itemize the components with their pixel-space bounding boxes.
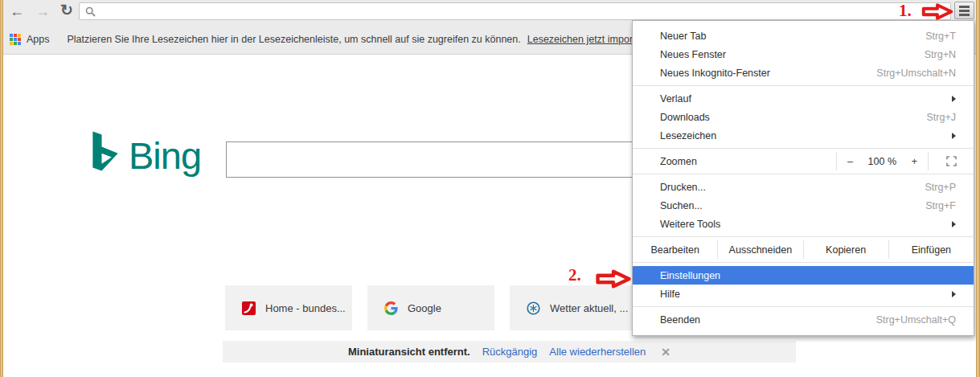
edit-label: Bearbeiten — [633, 240, 718, 259]
chrome-menu-button[interactable] — [954, 2, 974, 19]
chrome-dropdown-menu: Neuer Tab Strg+T Neues Fenster Strg+N Ne… — [632, 20, 974, 336]
submenu-arrow-icon — [952, 221, 956, 227]
paste-button[interactable]: Einfügen — [889, 240, 974, 259]
menu-item-help[interactable]: Hilfe — [633, 285, 974, 303]
reload-icon[interactable]: ↻ — [60, 2, 73, 18]
menu-item-more-tools[interactable]: Weitere Tools — [633, 215, 974, 233]
menu-separator — [633, 174, 974, 174]
bing-logo: Bing — [90, 131, 201, 181]
shortcut: Strg+Umschalt+N — [876, 68, 956, 79]
menu-item-new-incognito[interactable]: Neues Inkognito-Fenster Strg+Umschalt+N — [633, 64, 974, 82]
menu-separator — [633, 262, 974, 263]
bundesliga-icon — [242, 301, 256, 315]
hamburger-icon — [959, 6, 970, 8]
window-edge-right — [976, 0, 980, 377]
zoom-out-button[interactable]: – — [847, 156, 853, 167]
shortcut: Strg+F — [925, 200, 956, 211]
submenu-arrow-icon — [952, 291, 956, 297]
zoom-label: Zoomen — [633, 152, 836, 170]
shortcut: Strg+Umschalt+Q — [876, 314, 956, 326]
copy-button[interactable]: Kopieren — [804, 240, 889, 259]
menu-item-new-window[interactable]: Neues Fenster Strg+N — [633, 45, 974, 64]
apps-grid-icon[interactable] — [10, 34, 21, 45]
zoom-level: 100 % — [868, 156, 896, 167]
address-bar[interactable] — [79, 2, 951, 20]
submenu-arrow-icon — [952, 133, 956, 139]
window-edge-left — [0, 0, 3, 377]
restore-all-link[interactable]: Alle wiederherstellen — [549, 346, 646, 358]
zoom-in-button[interactable]: + — [912, 156, 917, 167]
close-icon[interactable]: ✕ — [661, 346, 670, 359]
bing-b-icon — [90, 131, 121, 171]
shortcut: Strg+N — [925, 49, 956, 60]
google-g-icon — [384, 301, 398, 315]
wetter-snowflake-icon — [527, 301, 540, 315]
bing-logo-text: Bing — [129, 131, 201, 181]
step1-arrow-icon — [921, 3, 953, 20]
menu-item-downloads[interactable]: Downloads Strg+J — [633, 108, 974, 126]
menu-item-find[interactable]: Suchen... Strg+F — [633, 196, 974, 215]
apps-label[interactable]: Apps — [27, 34, 50, 45]
zoom-controls: – 100 % + — [837, 152, 928, 170]
notification-bar: Miniaturansicht entfernt. Rückgängig All… — [223, 341, 796, 363]
tile-label: Home - bundes... — [265, 302, 346, 314]
menu-item-zoom: Zoomen – 100 % + — [633, 152, 974, 170]
undo-link[interactable]: Rückgängig — [482, 346, 538, 358]
bookmarks-hint-text: Platzieren Sie Ihre Lesezeichen hier in … — [68, 34, 521, 45]
menu-item-print[interactable]: Drucken... Strg+P — [633, 178, 974, 196]
back-icon[interactable]: ← — [10, 3, 24, 19]
cut-button[interactable]: Ausschneiden — [718, 240, 803, 259]
menu-item-new-tab[interactable]: Neuer Tab Strg+T — [633, 27, 974, 45]
shortcut: Strg+P — [925, 182, 956, 193]
step1-label: 1. — [899, 1, 912, 21]
menu-item-bookmarks[interactable]: Lesezeichen — [633, 126, 974, 145]
forward-icon[interactable]: → — [35, 3, 50, 19]
tile-wetter[interactable]: Wetter aktuell, ... — [510, 285, 637, 330]
menu-separator — [633, 306, 974, 307]
fullscreen-button[interactable] — [929, 152, 974, 170]
menu-item-history[interactable]: Verlauf — [633, 89, 974, 108]
submenu-arrow-icon — [952, 96, 956, 102]
fullscreen-icon — [946, 156, 957, 166]
search-icon — [85, 6, 96, 17]
shortcut: Strg+T — [925, 31, 956, 42]
menu-separator — [633, 148, 974, 149]
address-input[interactable] — [100, 4, 945, 18]
step2-arrow-icon — [596, 269, 631, 289]
notification-message: Miniaturansicht entfernt. — [348, 346, 470, 358]
menu-item-settings[interactable]: Einstellungen — [633, 266, 974, 285]
menu-separator — [633, 85, 974, 86]
tile-label: Wetter aktuell, ... — [550, 302, 628, 314]
menu-item-exit[interactable]: Beenden Strg+Umschalt+Q — [633, 310, 974, 329]
menu-edit-row: Bearbeiten Ausschneiden Kopieren Einfüge… — [633, 240, 974, 259]
tile-label: Google — [408, 302, 441, 314]
shortcut: Strg+J — [927, 112, 956, 123]
menu-separator — [633, 236, 974, 237]
tile-google[interactable]: Google — [367, 285, 494, 330]
step2-label: 2. — [568, 265, 581, 285]
bing-search-input[interactable] — [226, 141, 634, 178]
tile-home-bundesliga[interactable]: Home - bundes... — [225, 285, 352, 330]
